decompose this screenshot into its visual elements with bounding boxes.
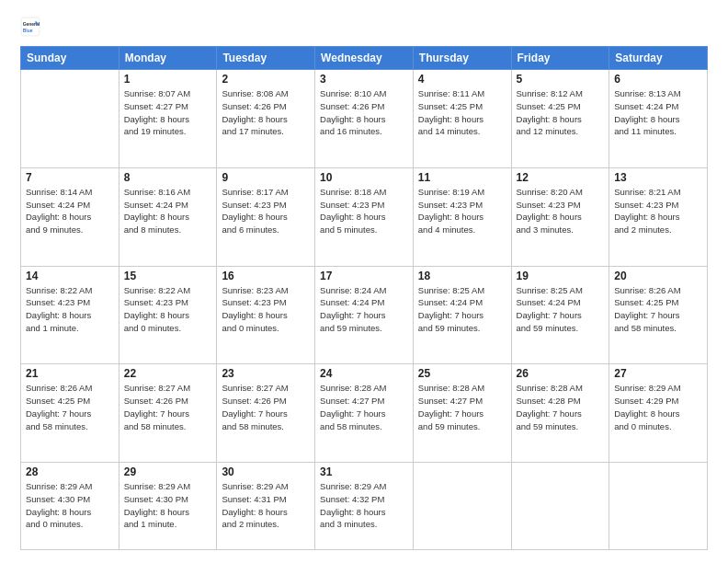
day-info: Sunrise: 8:14 AM Sunset: 4:24 PM Dayligh…: [26, 186, 114, 236]
day-info: Sunrise: 8:10 AM Sunset: 4:26 PM Dayligh…: [320, 87, 408, 138]
weekday-header-cell: Monday: [119, 47, 217, 70]
calendar-cell: 28Sunrise: 8:29 AM Sunset: 4:30 PM Dayli…: [21, 463, 119, 550]
svg-rect-0: [21, 17, 40, 36]
day-info: Sunrise: 8:16 AM Sunset: 4:24 PM Dayligh…: [124, 186, 212, 236]
calendar-week-row: 21Sunrise: 8:26 AM Sunset: 4:25 PM Dayli…: [21, 364, 708, 463]
calendar-cell: 29Sunrise: 8:29 AM Sunset: 4:30 PM Dayli…: [119, 463, 217, 550]
day-info: Sunrise: 8:28 AM Sunset: 4:28 PM Dayligh…: [517, 382, 605, 432]
day-number: 27: [614, 367, 702, 380]
day-number: 22: [124, 367, 212, 380]
calendar-cell: 15Sunrise: 8:22 AM Sunset: 4:23 PM Dayli…: [119, 266, 217, 364]
day-number: 30: [222, 465, 310, 478]
day-number: 2: [222, 73, 310, 86]
day-number: 7: [26, 171, 114, 184]
day-info: Sunrise: 8:29 AM Sunset: 4:32 PM Dayligh…: [320, 480, 408, 531]
day-number: 28: [26, 465, 114, 478]
weekday-header-cell: Thursday: [413, 47, 511, 70]
day-number: 9: [222, 171, 310, 184]
day-number: 19: [517, 270, 605, 282]
day-number: 10: [320, 171, 408, 184]
calendar-week-row: 7Sunrise: 8:14 AM Sunset: 4:24 PM Daylig…: [21, 167, 708, 266]
day-number: 24: [320, 367, 408, 380]
day-info: Sunrise: 8:28 AM Sunset: 4:27 PM Dayligh…: [418, 382, 506, 432]
calendar-week-row: 28Sunrise: 8:29 AM Sunset: 4:30 PM Dayli…: [21, 463, 708, 550]
day-number: 18: [418, 270, 506, 282]
calendar-cell: 27Sunrise: 8:29 AM Sunset: 4:29 PM Dayli…: [609, 364, 708, 463]
logo: General Blue: [20, 17, 44, 37]
day-number: 21: [26, 367, 114, 380]
calendar-cell: 24Sunrise: 8:28 AM Sunset: 4:27 PM Dayli…: [315, 364, 414, 463]
day-info: Sunrise: 8:29 AM Sunset: 4:29 PM Dayligh…: [614, 382, 702, 432]
calendar-cell: [21, 70, 119, 168]
calendar-cell: 1Sunrise: 8:07 AM Sunset: 4:27 PM Daylig…: [119, 70, 217, 168]
calendar-cell: 19Sunrise: 8:25 AM Sunset: 4:24 PM Dayli…: [511, 266, 609, 364]
day-info: Sunrise: 8:21 AM Sunset: 4:23 PM Dayligh…: [614, 186, 702, 236]
day-info: Sunrise: 8:29 AM Sunset: 4:30 PM Dayligh…: [124, 480, 212, 531]
day-info: Sunrise: 8:08 AM Sunset: 4:26 PM Dayligh…: [222, 87, 310, 138]
day-info: Sunrise: 8:13 AM Sunset: 4:24 PM Dayligh…: [614, 87, 702, 138]
calendar-cell: 13Sunrise: 8:21 AM Sunset: 4:23 PM Dayli…: [609, 167, 708, 266]
calendar-week-row: 1Sunrise: 8:07 AM Sunset: 4:27 PM Daylig…: [21, 70, 708, 168]
day-info: Sunrise: 8:20 AM Sunset: 4:23 PM Dayligh…: [517, 186, 605, 236]
day-number: 29: [124, 465, 212, 478]
day-info: Sunrise: 8:17 AM Sunset: 4:23 PM Dayligh…: [222, 186, 310, 236]
calendar-body: 1Sunrise: 8:07 AM Sunset: 4:27 PM Daylig…: [21, 70, 708, 550]
day-info: Sunrise: 8:27 AM Sunset: 4:26 PM Dayligh…: [222, 382, 310, 432]
day-number: 25: [418, 367, 506, 380]
weekday-header-cell: Friday: [511, 47, 609, 70]
day-number: 12: [517, 171, 605, 184]
day-number: 4: [418, 73, 506, 86]
day-number: 1: [124, 73, 212, 86]
day-info: Sunrise: 8:29 AM Sunset: 4:31 PM Dayligh…: [222, 480, 310, 531]
weekday-header-cell: Tuesday: [217, 47, 315, 70]
calendar-cell: 8Sunrise: 8:16 AM Sunset: 4:24 PM Daylig…: [119, 167, 217, 266]
calendar-cell: [511, 463, 609, 550]
calendar-cell: 3Sunrise: 8:10 AM Sunset: 4:26 PM Daylig…: [315, 70, 414, 168]
day-info: Sunrise: 8:19 AM Sunset: 4:23 PM Dayligh…: [418, 186, 506, 236]
day-info: Sunrise: 8:23 AM Sunset: 4:23 PM Dayligh…: [222, 284, 310, 335]
calendar-cell: 11Sunrise: 8:19 AM Sunset: 4:23 PM Dayli…: [413, 167, 511, 266]
day-info: Sunrise: 8:27 AM Sunset: 4:26 PM Dayligh…: [124, 382, 212, 432]
day-number: 20: [614, 270, 702, 282]
weekday-header-cell: Saturday: [609, 47, 708, 70]
day-info: Sunrise: 8:28 AM Sunset: 4:27 PM Dayligh…: [320, 382, 408, 432]
day-number: 11: [418, 171, 506, 184]
day-info: Sunrise: 8:22 AM Sunset: 4:23 PM Dayligh…: [26, 284, 114, 335]
calendar-table: SundayMondayTuesdayWednesdayThursdayFrid…: [20, 46, 708, 550]
calendar-cell: 10Sunrise: 8:18 AM Sunset: 4:23 PM Dayli…: [315, 167, 414, 266]
day-number: 26: [517, 367, 605, 380]
day-number: 3: [320, 73, 408, 86]
day-number: 23: [222, 367, 310, 380]
day-number: 8: [124, 171, 212, 184]
day-info: Sunrise: 8:24 AM Sunset: 4:24 PM Dayligh…: [320, 284, 408, 335]
calendar-cell: 22Sunrise: 8:27 AM Sunset: 4:26 PM Dayli…: [119, 364, 217, 463]
page-header: General Blue: [20, 17, 708, 37]
weekday-header-cell: Wednesday: [315, 47, 414, 70]
calendar-cell: 5Sunrise: 8:12 AM Sunset: 4:25 PM Daylig…: [511, 70, 609, 168]
calendar-cell: 30Sunrise: 8:29 AM Sunset: 4:31 PM Dayli…: [217, 463, 315, 550]
calendar-cell: 26Sunrise: 8:28 AM Sunset: 4:28 PM Dayli…: [511, 364, 609, 463]
calendar-cell: 31Sunrise: 8:29 AM Sunset: 4:32 PM Dayli…: [315, 463, 414, 550]
calendar-cell: 6Sunrise: 8:13 AM Sunset: 4:24 PM Daylig…: [609, 70, 708, 168]
day-info: Sunrise: 8:26 AM Sunset: 4:25 PM Dayligh…: [26, 382, 114, 432]
day-number: 15: [124, 270, 212, 282]
calendar-cell: [609, 463, 708, 550]
day-info: Sunrise: 8:22 AM Sunset: 4:23 PM Dayligh…: [124, 284, 212, 335]
day-number: 5: [517, 73, 605, 86]
day-info: Sunrise: 8:07 AM Sunset: 4:27 PM Dayligh…: [124, 87, 212, 138]
day-info: Sunrise: 8:12 AM Sunset: 4:25 PM Dayligh…: [517, 87, 605, 138]
day-number: 14: [26, 270, 114, 282]
day-info: Sunrise: 8:18 AM Sunset: 4:23 PM Dayligh…: [320, 186, 408, 236]
calendar-cell: 17Sunrise: 8:24 AM Sunset: 4:24 PM Dayli…: [315, 266, 414, 364]
weekday-header-row: SundayMondayTuesdayWednesdayThursdayFrid…: [21, 47, 708, 70]
day-number: 6: [614, 73, 702, 86]
calendar-cell: 9Sunrise: 8:17 AM Sunset: 4:23 PM Daylig…: [217, 167, 315, 266]
day-info: Sunrise: 8:11 AM Sunset: 4:25 PM Dayligh…: [418, 87, 506, 138]
day-info: Sunrise: 8:29 AM Sunset: 4:30 PM Dayligh…: [26, 480, 114, 531]
calendar-cell: 12Sunrise: 8:20 AM Sunset: 4:23 PM Dayli…: [511, 167, 609, 266]
day-info: Sunrise: 8:26 AM Sunset: 4:25 PM Dayligh…: [614, 284, 702, 335]
calendar-cell: 25Sunrise: 8:28 AM Sunset: 4:27 PM Dayli…: [413, 364, 511, 463]
calendar-cell: 7Sunrise: 8:14 AM Sunset: 4:24 PM Daylig…: [21, 167, 119, 266]
day-number: 31: [320, 465, 408, 478]
calendar-week-row: 14Sunrise: 8:22 AM Sunset: 4:23 PM Dayli…: [21, 266, 708, 364]
